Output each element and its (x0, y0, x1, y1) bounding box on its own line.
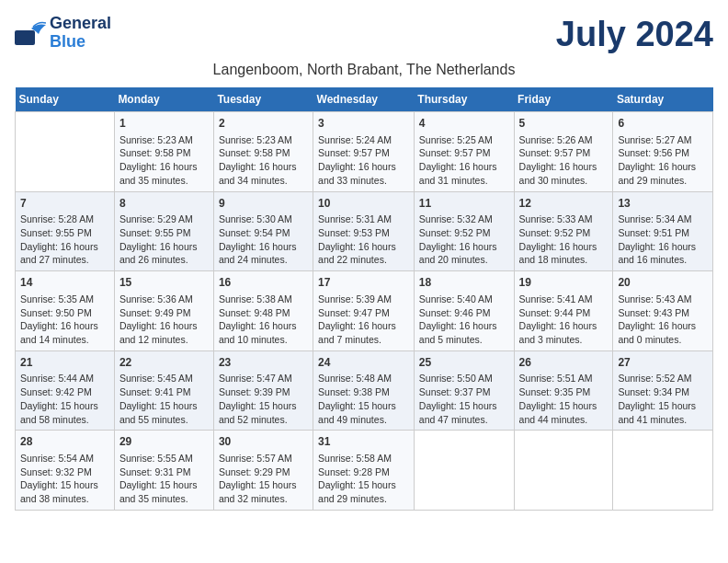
day-number: 15 (119, 275, 209, 291)
day-number: 19 (519, 275, 609, 291)
day-number: 31 (318, 434, 409, 450)
calendar-cell: 23Sunrise: 5:47 AM Sunset: 9:39 PM Dayli… (213, 350, 313, 431)
day-number: 14 (20, 275, 109, 291)
col-thursday: Thursday (414, 87, 514, 112)
calendar-cell: 7Sunrise: 5:28 AM Sunset: 9:55 PM Daylig… (16, 191, 115, 271)
calendar-cell: 12Sunrise: 5:33 AM Sunset: 9:52 PM Dayli… (514, 191, 613, 271)
calendar-cell: 9Sunrise: 5:30 AM Sunset: 9:54 PM Daylig… (213, 191, 313, 271)
calendar-week-row: 21Sunrise: 5:44 AM Sunset: 9:42 PM Dayli… (16, 350, 713, 431)
calendar-week-row: 14Sunrise: 5:35 AM Sunset: 9:50 PM Dayli… (16, 271, 713, 351)
col-saturday: Saturday (613, 87, 713, 112)
cell-daylight-info: Sunrise: 5:51 AM Sunset: 9:35 PM Dayligh… (519, 372, 609, 426)
calendar-cell: 3Sunrise: 5:24 AM Sunset: 9:57 PM Daylig… (313, 112, 415, 192)
day-number: 24 (318, 355, 409, 371)
cell-daylight-info: Sunrise: 5:32 AM Sunset: 9:52 PM Dayligh… (419, 213, 509, 267)
cell-daylight-info: Sunrise: 5:40 AM Sunset: 9:46 PM Dayligh… (419, 293, 509, 347)
day-number: 23 (219, 355, 308, 371)
cell-daylight-info: Sunrise: 5:39 AM Sunset: 9:47 PM Dayligh… (318, 293, 409, 347)
cell-daylight-info: Sunrise: 5:47 AM Sunset: 9:39 PM Dayligh… (219, 372, 308, 426)
calendar-cell (16, 112, 115, 192)
logo-icon (15, 21, 46, 45)
logo-blue: Blue (50, 32, 85, 51)
cell-daylight-info: Sunrise: 5:23 AM Sunset: 9:58 PM Dayligh… (219, 133, 308, 188)
cell-daylight-info: Sunrise: 5:44 AM Sunset: 9:42 PM Dayligh… (20, 372, 109, 426)
svg-rect-0 (15, 30, 35, 45)
day-number: 20 (618, 275, 708, 291)
calendar-cell: 26Sunrise: 5:51 AM Sunset: 9:35 PM Dayli… (514, 350, 613, 431)
cell-daylight-info: Sunrise: 5:31 AM Sunset: 9:53 PM Dayligh… (318, 213, 409, 267)
calendar-cell: 21Sunrise: 5:44 AM Sunset: 9:42 PM Dayli… (16, 350, 115, 431)
cell-daylight-info: Sunrise: 5:36 AM Sunset: 9:49 PM Dayligh… (119, 293, 209, 347)
calendar-cell: 19Sunrise: 5:41 AM Sunset: 9:44 PM Dayli… (514, 271, 613, 351)
calendar-cell: 20Sunrise: 5:43 AM Sunset: 9:43 PM Dayli… (613, 271, 713, 351)
calendar-cell: 29Sunrise: 5:55 AM Sunset: 9:31 PM Dayli… (114, 431, 213, 511)
calendar-cell: 25Sunrise: 5:50 AM Sunset: 9:37 PM Dayli… (414, 350, 514, 431)
col-wednesday: Wednesday (313, 87, 415, 112)
day-number: 11 (419, 196, 509, 212)
cell-daylight-info: Sunrise: 5:34 AM Sunset: 9:51 PM Dayligh… (618, 213, 708, 267)
calendar-cell: 27Sunrise: 5:52 AM Sunset: 9:34 PM Dayli… (613, 350, 713, 431)
calendar-cell: 16Sunrise: 5:38 AM Sunset: 9:48 PM Dayli… (213, 271, 313, 351)
day-number: 29 (119, 434, 209, 450)
cell-daylight-info: Sunrise: 5:30 AM Sunset: 9:54 PM Dayligh… (219, 213, 308, 267)
calendar-cell: 8Sunrise: 5:29 AM Sunset: 9:55 PM Daylig… (114, 191, 213, 271)
day-number: 6 (618, 116, 708, 132)
cell-daylight-info: Sunrise: 5:57 AM Sunset: 9:29 PM Dayligh… (219, 452, 308, 506)
day-number: 10 (318, 196, 409, 212)
day-number: 16 (219, 275, 308, 291)
day-number: 3 (318, 116, 409, 132)
calendar-cell: 24Sunrise: 5:48 AM Sunset: 9:38 PM Dayli… (313, 350, 415, 431)
calendar-cell: 1Sunrise: 5:23 AM Sunset: 9:58 PM Daylig… (114, 112, 213, 192)
cell-daylight-info: Sunrise: 5:55 AM Sunset: 9:31 PM Dayligh… (119, 452, 209, 506)
calendar-cell: 30Sunrise: 5:57 AM Sunset: 9:29 PM Dayli… (213, 431, 313, 511)
day-number: 5 (519, 116, 609, 132)
day-number: 17 (318, 275, 409, 291)
day-number: 9 (219, 196, 308, 212)
logo-general: General (50, 14, 111, 32)
calendar-cell (514, 431, 613, 511)
calendar-week-row: 28Sunrise: 5:54 AM Sunset: 9:32 PM Dayli… (16, 431, 713, 511)
cell-daylight-info: Sunrise: 5:48 AM Sunset: 9:38 PM Dayligh… (318, 372, 409, 426)
cell-daylight-info: Sunrise: 5:50 AM Sunset: 9:37 PM Dayligh… (419, 372, 509, 426)
location-title: Langenboom, North Brabant, The Netherlan… (15, 62, 713, 78)
calendar-cell: 15Sunrise: 5:36 AM Sunset: 9:49 PM Dayli… (114, 271, 213, 351)
calendar-week-row: 1Sunrise: 5:23 AM Sunset: 9:58 PM Daylig… (16, 112, 713, 192)
cell-daylight-info: Sunrise: 5:24 AM Sunset: 9:57 PM Dayligh… (318, 133, 409, 188)
calendar-cell: 11Sunrise: 5:32 AM Sunset: 9:52 PM Dayli… (414, 191, 514, 271)
cell-daylight-info: Sunrise: 5:25 AM Sunset: 9:57 PM Dayligh… (419, 133, 509, 188)
cell-daylight-info: Sunrise: 5:54 AM Sunset: 9:32 PM Dayligh… (20, 452, 109, 506)
cell-daylight-info: Sunrise: 5:41 AM Sunset: 9:44 PM Dayligh… (519, 293, 609, 347)
calendar-cell: 28Sunrise: 5:54 AM Sunset: 9:32 PM Dayli… (16, 431, 115, 511)
day-number: 30 (219, 434, 308, 450)
cell-daylight-info: Sunrise: 5:52 AM Sunset: 9:34 PM Dayligh… (618, 372, 708, 426)
day-number: 18 (419, 275, 509, 291)
cell-daylight-info: Sunrise: 5:27 AM Sunset: 9:56 PM Dayligh… (618, 133, 708, 188)
calendar-cell: 14Sunrise: 5:35 AM Sunset: 9:50 PM Dayli… (16, 271, 115, 351)
col-sunday: Sunday (16, 87, 115, 112)
cell-daylight-info: Sunrise: 5:33 AM Sunset: 9:52 PM Dayligh… (519, 213, 609, 267)
calendar-cell: 17Sunrise: 5:39 AM Sunset: 9:47 PM Dayli… (313, 271, 415, 351)
day-number: 28 (20, 434, 109, 450)
day-number: 26 (519, 355, 609, 371)
day-number: 12 (519, 196, 609, 212)
month-title: July 2024 (556, 15, 713, 54)
day-number: 8 (119, 196, 209, 212)
day-number: 13 (618, 196, 708, 212)
day-number: 7 (20, 196, 109, 212)
day-number: 2 (219, 116, 308, 132)
calendar-cell: 10Sunrise: 5:31 AM Sunset: 9:53 PM Dayli… (313, 191, 415, 271)
cell-daylight-info: Sunrise: 5:28 AM Sunset: 9:55 PM Dayligh… (20, 213, 109, 267)
calendar-cell: 5Sunrise: 5:26 AM Sunset: 9:57 PM Daylig… (514, 112, 613, 192)
cell-daylight-info: Sunrise: 5:58 AM Sunset: 9:28 PM Dayligh… (318, 452, 409, 506)
day-number: 22 (119, 355, 209, 371)
calendar-cell (414, 431, 514, 511)
day-number: 1 (119, 116, 209, 132)
cell-daylight-info: Sunrise: 5:29 AM Sunset: 9:55 PM Dayligh… (119, 213, 209, 267)
calendar-cell: 18Sunrise: 5:40 AM Sunset: 9:46 PM Dayli… (414, 271, 514, 351)
calendar-cell: 6Sunrise: 5:27 AM Sunset: 9:56 PM Daylig… (613, 112, 713, 192)
col-tuesday: Tuesday (213, 87, 313, 112)
calendar-cell (613, 431, 713, 511)
day-number: 25 (419, 355, 509, 371)
header-area: General Blue July 2024 (15, 15, 713, 54)
cell-daylight-info: Sunrise: 5:43 AM Sunset: 9:43 PM Dayligh… (618, 293, 708, 347)
